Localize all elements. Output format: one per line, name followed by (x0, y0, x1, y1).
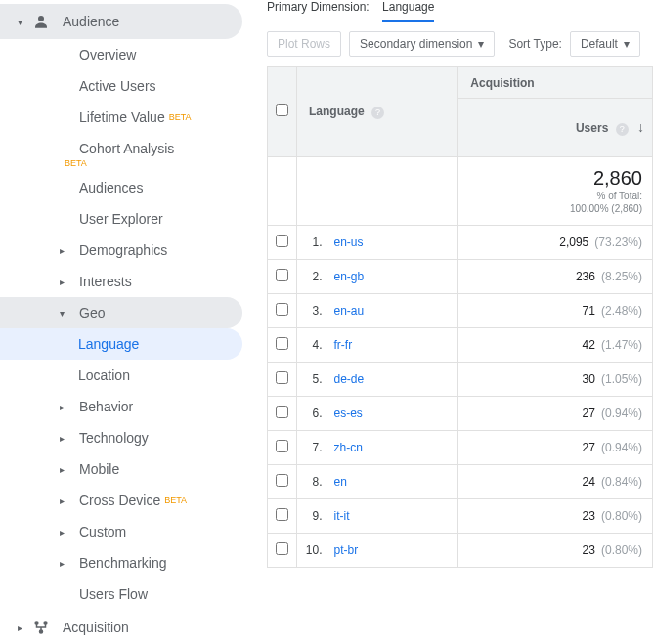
row-checkbox[interactable] (276, 235, 288, 247)
sidebar-item-demographics[interactable]: ▸Demographics (0, 235, 242, 266)
sidebar: ▾ Audience OverviewActive UsersLifetime … (0, 0, 242, 644)
sidebar-item-label: Behavior (79, 399, 133, 414)
sidebar-item-label: Active Users (79, 78, 156, 94)
sidebar-item-cohort-analysis[interactable]: Cohort Analysis (0, 133, 242, 164)
language-link[interactable]: en-gb (334, 270, 365, 283)
primary-dimension: Primary Dimension: Language (267, 0, 653, 25)
language-link[interactable]: pt-br (334, 543, 359, 557)
sidebar-item-label: Benchmarking (79, 555, 167, 571)
sidebar-item-label: Audiences (79, 180, 143, 195)
sidebar-item-label: User Explorer (79, 211, 163, 227)
row-checkbox[interactable] (276, 542, 288, 555)
nav-section-label: Acquisition (63, 620, 129, 635)
users-percent: (2.48%) (601, 304, 642, 318)
sidebar-item-custom[interactable]: ▸Custom (0, 516, 242, 547)
svg-point-2 (44, 622, 47, 624)
caret-right-icon: ▸ (12, 623, 27, 633)
row-index: 2. (297, 259, 326, 293)
caret-right-icon: ▸ (54, 464, 69, 475)
users-percent: (0.94%) (601, 441, 642, 454)
plot-rows-button[interactable]: Plot Rows (267, 31, 341, 57)
row-checkbox[interactable] (276, 337, 288, 350)
beta-badge: BETA (164, 495, 187, 505)
row-index: 6. (297, 396, 326, 430)
table-row: 4. fr-fr 42(1.47%) (268, 327, 653, 362)
row-checkbox[interactable] (276, 303, 288, 316)
users-value: 236 (576, 270, 595, 283)
language-link[interactable]: es-es (334, 407, 363, 420)
language-link[interactable]: zh-cn (334, 441, 363, 454)
sidebar-item-label: Overview (79, 47, 136, 63)
sidebar-item-user-explorer[interactable]: User Explorer (0, 203, 242, 235)
sidebar-item-technology[interactable]: ▸Technology (0, 422, 242, 453)
sort-descending-icon: ↓ (637, 119, 644, 135)
language-column-header[interactable]: Language ? (297, 67, 458, 157)
primary-dimension-value[interactable]: Language (382, 0, 434, 22)
users-percent: (8.25%) (601, 270, 642, 283)
help-icon[interactable]: ? (616, 123, 629, 136)
secondary-dimension-dropdown[interactable]: Secondary dimension ▾ (349, 31, 495, 57)
main-content: Primary Dimension: Language Plot Rows Se… (242, 0, 653, 644)
row-checkbox[interactable] (276, 508, 288, 521)
table-row: 1. en-us 2,095(73.23%) (268, 225, 653, 259)
sidebar-item-overview[interactable]: Overview (0, 39, 242, 70)
sidebar-item-active-users[interactable]: Active Users (0, 70, 242, 102)
sidebar-item-label: Cross Device (79, 493, 160, 508)
users-column-header[interactable]: Users ? ↓ (458, 99, 653, 156)
sidebar-item-cross-device[interactable]: ▸Cross DeviceBETA (0, 485, 242, 516)
sidebar-item-geo[interactable]: ▾Geo (0, 297, 242, 328)
sidebar-item-label: Language (78, 336, 139, 352)
sidebar-item-location[interactable]: Location (0, 360, 242, 391)
data-table: Language ? Acquisition Users ? ↓ (267, 66, 653, 568)
acquisition-column-group: Acquisition (458, 67, 653, 99)
sidebar-item-language[interactable]: Language (0, 328, 242, 360)
table-row: 3. en-au 71(2.48%) (268, 293, 653, 327)
sidebar-item-label: Cohort Analysis (79, 141, 174, 156)
sidebar-item-audiences[interactable]: Audiences (0, 172, 242, 203)
language-link[interactable]: fr-fr (334, 338, 353, 352)
select-all-checkbox[interactable] (276, 104, 288, 116)
sidebar-item-benchmarking[interactable]: ▸Benchmarking (0, 547, 242, 579)
caret-down-icon: ▾ (54, 308, 69, 319)
row-checkbox[interactable] (276, 371, 288, 384)
language-link[interactable]: en (334, 475, 347, 489)
row-index: 9. (297, 498, 326, 533)
users-percent: (0.84%) (601, 475, 642, 489)
sidebar-item-label: Interests (79, 274, 132, 289)
table-controls: Plot Rows Secondary dimension ▾ Sort Typ… (267, 25, 653, 66)
sidebar-item-behavior[interactable]: ▸Behavior (0, 391, 242, 422)
help-icon[interactable]: ? (371, 107, 384, 119)
sidebar-item-label: Geo (79, 305, 105, 321)
total-users-value: 2,860 (468, 167, 642, 190)
language-link[interactable]: en-au (334, 304, 365, 318)
caret-right-icon: ▸ (54, 558, 69, 569)
nav-section-acquisition[interactable]: ▸ Acquisition (0, 610, 242, 644)
svg-point-1 (35, 622, 38, 624)
svg-point-3 (40, 630, 43, 633)
users-value: 27 (583, 407, 595, 420)
sort-type-label: Sort Type: (508, 37, 561, 51)
row-index: 10. (297, 533, 326, 567)
language-link[interactable]: it-it (334, 509, 350, 523)
language-link[interactable]: de-de (334, 372, 365, 386)
users-value: 23 (583, 543, 595, 557)
sidebar-item-mobile[interactable]: ▸Mobile (0, 453, 242, 485)
nav-section-audience[interactable]: ▾ Audience (0, 4, 242, 39)
row-index: 8. (297, 464, 326, 498)
users-value: 30 (583, 372, 595, 386)
users-value: 71 (583, 304, 595, 318)
language-link[interactable]: en-us (334, 236, 364, 249)
table-row: 10. pt-br 23(0.80%) (268, 533, 653, 567)
row-checkbox[interactable] (276, 474, 288, 487)
sidebar-item-interests[interactable]: ▸Interests (0, 266, 242, 297)
users-value: 23 (583, 509, 595, 523)
row-checkbox[interactable] (276, 406, 288, 418)
sidebar-item-lifetime-value[interactable]: Lifetime ValueBETA (0, 102, 242, 133)
sidebar-item-users-flow[interactable]: Users Flow (0, 579, 242, 610)
row-checkbox[interactable] (276, 269, 288, 281)
row-checkbox[interactable] (276, 440, 288, 452)
table-row: 8. en 24(0.84%) (268, 464, 653, 498)
person-icon (31, 12, 51, 31)
acquisition-icon (31, 618, 51, 637)
sort-type-dropdown[interactable]: Default ▾ (570, 31, 640, 57)
